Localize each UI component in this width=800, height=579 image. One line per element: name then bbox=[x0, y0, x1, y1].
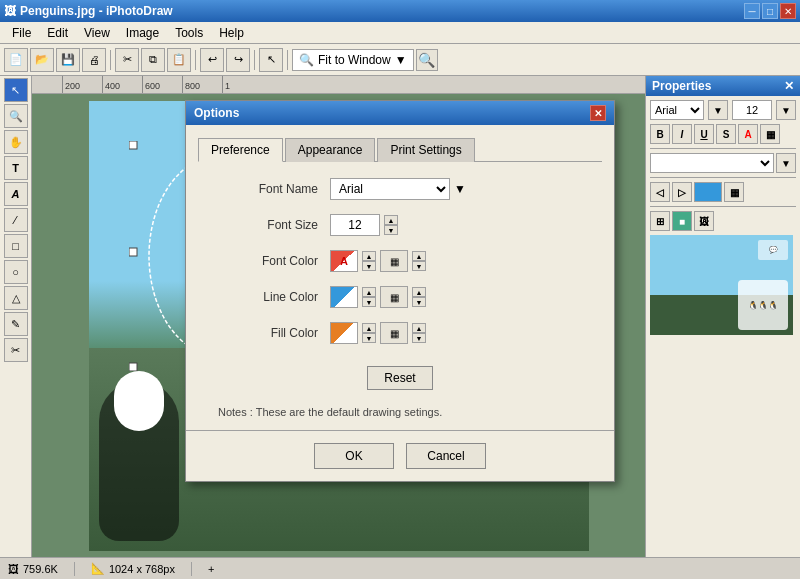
zoom-icon: 🔍 bbox=[299, 53, 314, 67]
strikethrough-button[interactable]: S bbox=[716, 124, 736, 144]
underline-button[interactable]: U bbox=[694, 124, 714, 144]
font-size-down[interactable]: ▼ bbox=[384, 225, 398, 235]
font-color-picker[interactable]: A bbox=[330, 250, 358, 272]
zoom-control[interactable]: 🔍 Fit to Window ▼ bbox=[292, 49, 414, 71]
fill-color-row: Fill Color ▲ ▼ ▦ ▲ ▼ bbox=[198, 322, 602, 344]
line-color-grid-down[interactable]: ▼ bbox=[412, 297, 426, 307]
menu-edit[interactable]: Edit bbox=[39, 24, 76, 42]
zoom-tool-button[interactable]: 🔍 bbox=[4, 104, 28, 128]
font-color-spinner: ▲ ▼ bbox=[362, 251, 376, 271]
pen-tool-button[interactable]: ✎ bbox=[4, 312, 28, 336]
font-name-row: Font Name Arial Times New Roman Courier … bbox=[198, 178, 602, 200]
properties-close-icon[interactable]: ✕ bbox=[784, 79, 794, 93]
fill-color-up[interactable]: ▲ bbox=[362, 323, 376, 333]
open-button[interactable]: 📂 bbox=[30, 48, 54, 72]
img-btn1[interactable]: ⊞ bbox=[650, 211, 670, 231]
font-color-grid-up[interactable]: ▲ bbox=[412, 251, 426, 261]
separator-4 bbox=[287, 50, 288, 70]
dialog-close-button[interactable]: ✕ bbox=[590, 105, 606, 121]
app-title: Penguins.jpg - iPhotoDraw bbox=[20, 4, 173, 18]
font-size-dropdown-btn[interactable]: ▼ bbox=[776, 100, 796, 120]
font-color-control: A ▲ ▼ ▦ ▲ ▼ bbox=[330, 250, 426, 272]
line-color-down[interactable]: ▼ bbox=[362, 297, 376, 307]
fill-color-picker[interactable] bbox=[330, 322, 358, 344]
line-color-spinner: ▲ ▼ bbox=[362, 287, 376, 307]
font-size-up[interactable]: ▲ bbox=[384, 215, 398, 225]
select-tool-button[interactable]: ↖ bbox=[4, 78, 28, 102]
status-sep-1 bbox=[74, 562, 75, 576]
font-color-button[interactable]: A bbox=[738, 124, 758, 144]
minimize-button[interactable]: ─ bbox=[744, 3, 760, 19]
line-color-up[interactable]: ▲ bbox=[362, 287, 376, 297]
fill-color-grid-up[interactable]: ▲ bbox=[412, 323, 426, 333]
tab-preference[interactable]: Preference bbox=[198, 138, 283, 162]
align-right-btn[interactable]: ▷ bbox=[672, 182, 692, 202]
pan-tool-button[interactable]: ✋ bbox=[4, 130, 28, 154]
menu-bar: File Edit View Image Tools Help bbox=[0, 22, 800, 44]
line-color-grid-up[interactable]: ▲ bbox=[412, 287, 426, 297]
menu-image[interactable]: Image bbox=[118, 24, 167, 42]
line-color-picker[interactable] bbox=[330, 286, 358, 308]
line-tool-button[interactable]: ∕ bbox=[4, 208, 28, 232]
reset-button[interactable]: Reset bbox=[367, 366, 432, 390]
menu-tools[interactable]: Tools bbox=[167, 24, 211, 42]
bold-button[interactable]: B bbox=[650, 124, 670, 144]
font-color-down[interactable]: ▼ bbox=[362, 261, 376, 271]
menu-view[interactable]: View bbox=[76, 24, 118, 42]
font-size-input[interactable] bbox=[732, 100, 772, 120]
font-size-field[interactable] bbox=[330, 214, 380, 236]
font-name-dropdown[interactable]: Arial Times New Roman Courier New bbox=[330, 178, 450, 200]
fill-color-down[interactable]: ▼ bbox=[362, 333, 376, 343]
search-button[interactable]: 🔍 bbox=[416, 49, 438, 71]
img-btn2[interactable]: ■ bbox=[672, 211, 692, 231]
crop-tool-button[interactable]: ✂ bbox=[4, 338, 28, 362]
font-name-select[interactable]: Arial bbox=[650, 100, 704, 120]
fill-color-grid-down[interactable]: ▼ bbox=[412, 333, 426, 343]
font-color-grid-btn[interactable]: ▦ bbox=[380, 250, 408, 272]
select-tool[interactable]: ↖ bbox=[259, 48, 283, 72]
font-color-up[interactable]: ▲ bbox=[362, 251, 376, 261]
new-button[interactable]: 📄 bbox=[4, 48, 28, 72]
style-select[interactable] bbox=[650, 153, 774, 173]
paste-button[interactable]: 📋 bbox=[167, 48, 191, 72]
ruler-mark-200: 200 bbox=[62, 76, 102, 93]
copy-button[interactable]: ⧉ bbox=[141, 48, 165, 72]
app-icon: 🖼 bbox=[4, 4, 16, 18]
print-button[interactable]: 🖨 bbox=[82, 48, 106, 72]
tab-print-settings[interactable]: Print Settings bbox=[377, 138, 474, 162]
font-color-grid-down[interactable]: ▼ bbox=[412, 261, 426, 271]
grid2-button[interactable]: ▦ bbox=[724, 182, 744, 202]
ok-button[interactable]: OK bbox=[314, 443, 394, 469]
cut-button[interactable]: ✂ bbox=[115, 48, 139, 72]
align-left-btn[interactable]: ◁ bbox=[650, 182, 670, 202]
annotation-tool-button[interactable]: A bbox=[4, 182, 28, 206]
line-color-grid-btn[interactable]: ▦ bbox=[380, 286, 408, 308]
fill-color-grid-btn[interactable]: ▦ bbox=[380, 322, 408, 344]
text-tool-button[interactable]: T bbox=[4, 156, 28, 180]
save-button[interactable]: 💾 bbox=[56, 48, 80, 72]
zoom-arrow-icon[interactable]: ▼ bbox=[395, 53, 407, 67]
maximize-button[interactable]: □ bbox=[762, 3, 778, 19]
menu-help[interactable]: Help bbox=[211, 24, 252, 42]
redo-button[interactable]: ↪ bbox=[226, 48, 250, 72]
close-button[interactable]: ✕ bbox=[780, 3, 796, 19]
file-icon: 🖼 bbox=[8, 563, 19, 575]
undo-button[interactable]: ↩ bbox=[200, 48, 224, 72]
font-dropdown-btn[interactable]: ▼ bbox=[708, 100, 728, 120]
img-btn3[interactable]: 🖼 bbox=[694, 211, 714, 231]
rect-tool-button[interactable]: □ bbox=[4, 234, 28, 258]
tab-appearance[interactable]: Appearance bbox=[285, 138, 376, 162]
triangle-tool-button[interactable]: △ bbox=[4, 286, 28, 310]
fill-color-spinner: ▲ ▼ bbox=[362, 323, 376, 343]
dimensions-icon: 📐 bbox=[91, 562, 105, 575]
style-dropdown-btn[interactable]: ▼ bbox=[776, 153, 796, 173]
dialog-tab-bar: Preference Appearance Print Settings bbox=[198, 137, 602, 162]
italic-button[interactable]: I bbox=[672, 124, 692, 144]
menu-file[interactable]: File bbox=[4, 24, 39, 42]
cancel-button[interactable]: Cancel bbox=[406, 443, 486, 469]
status-sep-2 bbox=[191, 562, 192, 576]
color-line-btn[interactable] bbox=[694, 182, 722, 202]
grid-button[interactable]: ▦ bbox=[760, 124, 780, 144]
right-panel: Properties ✕ Arial ▼ ▼ B I U S A ▦ bbox=[645, 76, 800, 557]
ellipse-tool-button[interactable]: ○ bbox=[4, 260, 28, 284]
